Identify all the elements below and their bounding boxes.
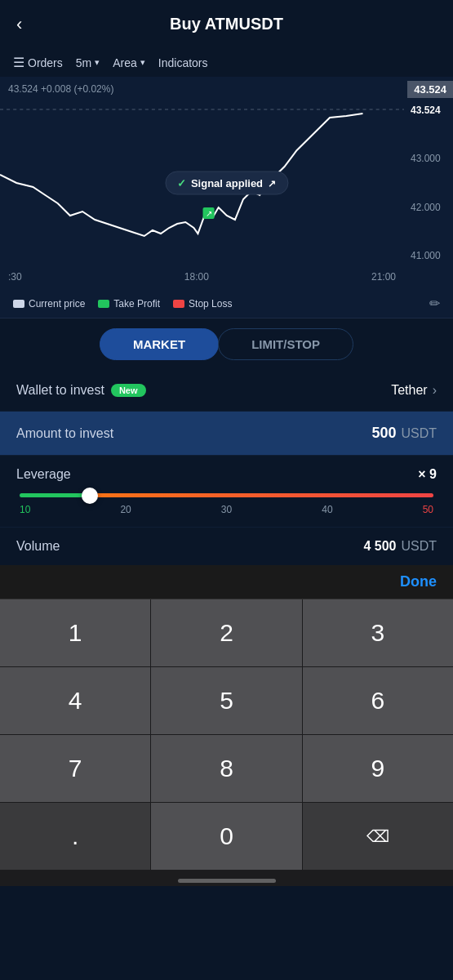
key-4[interactable]: 4 [0,667,150,734]
slider-thumb[interactable] [82,488,98,504]
key-5[interactable]: 5 [151,667,301,734]
key-1[interactable]: 1 [0,599,150,666]
legend-current-price-dot [13,300,24,308]
key-3[interactable]: 3 [303,599,453,666]
wallet-chevron-icon: › [433,383,437,398]
key-8[interactable]: 8 [151,735,301,802]
y-label-2: 43.000 [411,153,446,164]
numpad: 1 2 3 4 5 6 7 8 9 . 0 ⌫ [0,599,453,870]
chart-x-axis: :30 18:00 21:00 [0,271,404,283]
volume-value-area: 4 500 USDT [363,539,437,554]
key-delete[interactable]: ⌫ [303,803,453,870]
volume-label: Volume [16,539,60,554]
legend-current-price-label: Current price [29,298,85,310]
key-decimal[interactable]: . [0,803,150,870]
volume-row: Volume 4 500 USDT [0,528,453,565]
y-label-1: 43.524 [411,105,446,116]
charttype-label: Area [113,56,137,69]
done-bar: Done [0,565,453,599]
legend-current-price: Current price [13,298,85,310]
slider-label-max: 50 [423,504,433,515]
done-button[interactable]: Done [400,573,437,590]
key-2[interactable]: 2 [151,599,301,666]
leverage-label: Leverage [16,467,71,482]
signal-badge[interactable]: ✓ Signal applied ↗ [165,172,288,195]
orders-icon: ☰ [13,55,24,70]
x-label-1: :30 [8,271,22,283]
x-label-2: 18:00 [184,271,209,283]
signal-label: Signal applied [191,177,263,189]
legend-stop-loss-dot [173,300,184,308]
chart-y-axis: 43.524 43.000 42.000 41.000 [404,101,453,265]
limit-stop-button[interactable]: LIMIT/STOP [218,328,353,360]
charttype-chevron: ▾ [140,57,145,68]
key-6[interactable]: 6 [303,667,453,734]
chart-container: 43.524 +0.008 (+0.02%) 43.524 43.524 43.… [0,77,453,289]
legend-take-profit-dot [98,300,109,308]
timeframe-chevron: ▾ [95,57,100,68]
signal-arrow-icon: ↗ [268,177,276,189]
home-indicator [178,879,276,883]
indicators-label: Indicators [158,56,208,69]
orders-button[interactable]: ☰ Orders [13,55,63,70]
amount-unit: USDT [401,426,437,441]
key-7[interactable]: 7 [0,735,150,802]
slider-label-min: 10 [20,504,30,515]
timeframe-label: 5m [76,56,91,69]
leverage-header: Leverage × 9 [16,467,437,482]
legend-take-profit-label: Take Profit [113,298,160,310]
signal-check-icon: ✓ [177,177,186,189]
amount-value-area: 500 USDT [371,425,437,442]
leverage-value: × 9 [418,467,437,482]
back-button[interactable]: ‹ [16,14,22,35]
wallet-label: Wallet to invest [16,383,104,398]
toolbar: ☰ Orders 5m ▾ Area ▾ Indicators [0,48,453,77]
leverage-section: Leverage × 9 10 20 30 40 50 [0,456,453,528]
slider-label-t3: 40 [322,504,332,515]
orders-label: Orders [28,56,63,69]
slider-track [20,493,433,497]
svg-text:↗: ↗ [206,209,212,218]
timeframe-button[interactable]: 5m ▾ [76,56,100,69]
slider-label-t2: 30 [221,504,232,515]
header: ‹ Buy ATMUSDT [0,0,453,48]
form-section: Wallet to invest New Tether › Amount to … [0,370,453,565]
page-title: Buy ATMUSDT [170,15,283,33]
legend-stop-loss-label: Stop Loss [189,298,232,310]
x-label-3: 21:00 [371,271,396,283]
wallet-label-area: Wallet to invest New [16,383,146,398]
indicators-button[interactable]: Indicators [158,56,208,69]
chart-edit-icon[interactable]: ✏ [429,296,440,311]
market-button[interactable]: MARKET [100,328,219,360]
bottom-bar [0,870,453,886]
key-0[interactable]: 0 [151,803,301,870]
order-type-row: MARKET LIMIT/STOP [0,318,453,370]
legend-take-profit: Take Profit [98,298,160,310]
amount-value: 500 [371,425,396,442]
slider-labels: 10 20 30 40 50 [20,504,433,515]
y-label-4: 41.000 [411,250,446,261]
chart-current-price: 43.524 [407,81,453,98]
chart-price-info: 43.524 +0.008 (+0.02%) [8,83,113,95]
new-badge: New [111,384,146,397]
wallet-value-area: Tether › [391,383,437,398]
legend-stop-loss: Stop Loss [173,298,232,310]
volume-unit: USDT [401,539,437,554]
key-9[interactable]: 9 [303,735,453,802]
amount-label: Amount to invest [16,426,113,441]
charttype-button[interactable]: Area ▾ [113,56,145,69]
wallet-row[interactable]: Wallet to invest New Tether › [0,370,453,412]
y-label-3: 42.000 [411,202,446,213]
wallet-value: Tether [391,383,427,398]
amount-row[interactable]: Amount to invest 500 USDT [0,412,453,456]
volume-value: 4 500 [363,539,396,554]
leverage-slider-container[interactable]: 10 20 30 40 50 [16,493,437,515]
slider-label-t1: 20 [120,504,131,515]
chart-legend: Current price Take Profit Stop Loss ✏ [0,289,453,318]
